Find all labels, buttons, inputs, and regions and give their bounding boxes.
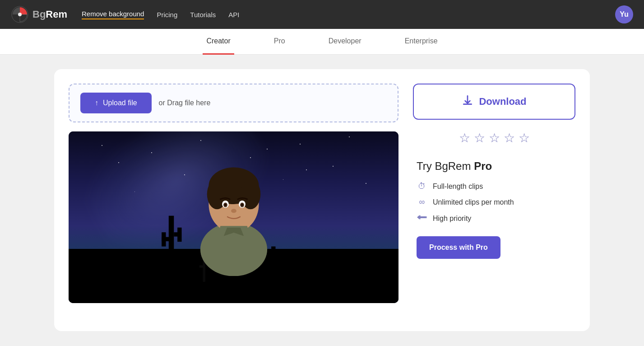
person-figure bbox=[187, 142, 280, 276]
pro-feature-1: ∞ Unlimited clips per month bbox=[417, 197, 572, 207]
upload-button-label: Upload file bbox=[103, 99, 137, 107]
star-3[interactable]: ☆ bbox=[489, 131, 500, 145]
svg-rect-2 bbox=[169, 216, 174, 282]
pro-feature-2-text: High priority bbox=[433, 215, 471, 223]
main: ↑ Upload file or Drag file here bbox=[0, 55, 644, 346]
content-card: ↑ Upload file or Drag file here bbox=[54, 69, 590, 331]
pro-feature-0-text: Full-length clips bbox=[433, 182, 483, 191]
logo[interactable]: BgRem bbox=[11, 5, 67, 23]
nav-links: Remove background Pricing Tutorials API bbox=[82, 10, 239, 19]
pro-title-suffix: Pro bbox=[474, 160, 492, 172]
pro-title-prefix: Try BgRem bbox=[417, 160, 474, 172]
star-rating[interactable]: ☆ ☆ ☆ ☆ ☆ bbox=[413, 131, 575, 145]
process-with-pro-button[interactable]: Process with Pro bbox=[417, 236, 500, 259]
pro-feature-2: High priority bbox=[417, 213, 572, 224]
upload-button[interactable]: ↑ Upload file bbox=[80, 93, 152, 113]
clock-icon: ⏱ bbox=[417, 182, 427, 191]
navbar-left: BgRem Remove background Pricing Tutorial… bbox=[11, 5, 239, 23]
nav-api[interactable]: API bbox=[228, 11, 239, 19]
download-icon bbox=[462, 94, 473, 109]
tab-developer[interactable]: Developer bbox=[325, 29, 365, 55]
tab-enterprise[interactable]: Enterprise bbox=[401, 29, 441, 55]
logo-text: BgRem bbox=[32, 9, 67, 20]
star-1[interactable]: ☆ bbox=[459, 131, 470, 145]
svg-point-1 bbox=[18, 13, 22, 16]
svg-point-32 bbox=[231, 209, 236, 213]
svg-rect-4 bbox=[162, 232, 166, 246]
infinity-icon: ∞ bbox=[417, 197, 427, 207]
pro-section: Try BgRem Pro ⏱ Full-length clips ∞ Unli… bbox=[413, 156, 575, 262]
pro-feature-1-text: Unlimited clips per month bbox=[433, 198, 514, 206]
star-5[interactable]: ☆ bbox=[519, 131, 530, 145]
pro-title: Try BgRem Pro bbox=[417, 160, 572, 173]
preview-image bbox=[69, 131, 398, 303]
tabs-bar: Creator Pro Developer Enterprise bbox=[0, 29, 644, 55]
pro-features-list: ⏱ Full-length clips ∞ Unlimited clips pe… bbox=[417, 182, 572, 224]
drag-text: or Drag file here bbox=[159, 99, 211, 107]
pro-feature-0: ⏱ Full-length clips bbox=[417, 182, 572, 191]
priority-icon bbox=[417, 213, 427, 224]
logo-icon bbox=[11, 5, 29, 23]
svg-rect-6 bbox=[177, 228, 181, 242]
scene bbox=[69, 131, 398, 303]
upload-area[interactable]: ↑ Upload file or Drag file here bbox=[69, 84, 398, 122]
right-panel: Download ☆ ☆ ☆ ☆ ☆ Try BgRem Pro ⏱ Full-… bbox=[413, 84, 575, 317]
svg-point-30 bbox=[224, 204, 226, 206]
star-4[interactable]: ☆ bbox=[504, 131, 515, 145]
download-button[interactable]: Download bbox=[413, 84, 575, 120]
nav-tutorials[interactable]: Tutorials bbox=[190, 11, 216, 19]
svg-rect-9 bbox=[179, 260, 182, 270]
navbar: BgRem Remove background Pricing Tutorial… bbox=[0, 0, 644, 29]
nav-pricing[interactable]: Pricing bbox=[157, 11, 177, 19]
download-button-label: Download bbox=[479, 96, 526, 108]
upload-icon: ↑ bbox=[95, 99, 98, 107]
avatar[interactable]: Yu bbox=[615, 5, 633, 23]
nav-remove-background[interactable]: Remove background bbox=[82, 10, 144, 19]
tab-creator[interactable]: Creator bbox=[203, 29, 234, 55]
left-panel: ↑ Upload file or Drag file here bbox=[69, 84, 398, 317]
svg-point-31 bbox=[241, 204, 243, 206]
star-2[interactable]: ☆ bbox=[474, 131, 485, 145]
tab-pro[interactable]: Pro bbox=[270, 29, 289, 55]
